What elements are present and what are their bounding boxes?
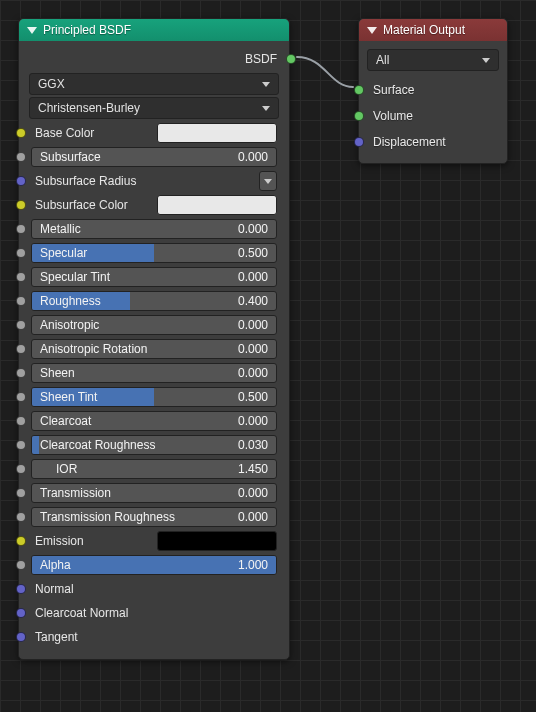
alpha-socket[interactable] <box>16 560 26 570</box>
roughness-row: Roughness 0.400 <box>29 289 279 313</box>
material-output-node[interactable]: Material Output All Surface Volume Displ… <box>358 18 508 164</box>
clearcoat-normal-row: Clearcoat Normal <box>29 601 279 625</box>
metallic-field[interactable]: Metallic 0.000 <box>31 219 277 239</box>
subsurface-socket[interactable] <box>16 152 26 162</box>
volume-socket[interactable] <box>354 111 364 121</box>
anisotropic-field[interactable]: Anisotropic 0.000 <box>31 315 277 335</box>
sheen-tint-socket[interactable] <box>16 392 26 402</box>
transmission-field[interactable]: Transmission 0.000 <box>31 483 277 503</box>
anisotropic-rotation-field[interactable]: Anisotropic Rotation 0.000 <box>31 339 277 359</box>
principled-bsdf-node[interactable]: Principled BSDF BSDF GGX Christensen-Bur… <box>18 18 290 660</box>
normal-row: Normal <box>29 577 279 601</box>
base-color-row: Base Color <box>29 121 279 145</box>
specular-tint-socket[interactable] <box>16 272 26 282</box>
ior-row: IOR 1.450 <box>29 457 279 481</box>
normal-socket[interactable] <box>16 584 26 594</box>
surface-socket[interactable] <box>354 85 364 95</box>
sheen-field[interactable]: Sheen 0.000 <box>31 363 277 383</box>
transmission-roughness-field[interactable]: Transmission Roughness 0.000 <box>31 507 277 527</box>
emission-socket[interactable] <box>16 536 26 546</box>
chevron-down-icon <box>262 106 270 111</box>
clearcoat-row: Clearcoat 0.000 <box>29 409 279 433</box>
specular-tint-field[interactable]: Specular Tint 0.000 <box>31 267 277 287</box>
emission-row: Emission <box>29 529 279 553</box>
clearcoat-roughness-row: Clearcoat Roughness 0.030 <box>29 433 279 457</box>
bsdf-output-socket[interactable] <box>286 54 296 64</box>
node-header[interactable]: Material Output <box>359 19 507 41</box>
volume-input-row: Volume <box>365 103 501 129</box>
subsurface-radius-socket[interactable] <box>16 176 26 186</box>
sheen-tint-field[interactable]: Sheen Tint 0.500 <box>31 387 277 407</box>
node-title: Material Output <box>383 23 465 37</box>
distribution-select[interactable]: GGX <box>29 73 279 95</box>
ior-socket[interactable] <box>16 464 26 474</box>
alpha-field[interactable]: Alpha 1.000 <box>31 555 277 575</box>
node-header[interactable]: Principled BSDF <box>19 19 289 41</box>
clearcoat-roughness-socket[interactable] <box>16 440 26 450</box>
collapse-triangle-icon[interactable] <box>367 27 377 34</box>
chevron-down-icon <box>262 82 270 87</box>
subsurface-color-socket[interactable] <box>16 200 26 210</box>
anisotropic-row: Anisotropic 0.000 <box>29 313 279 337</box>
specular-socket[interactable] <box>16 248 26 258</box>
subsurface-method-select[interactable]: Christensen-Burley <box>29 97 279 119</box>
metallic-row: Metallic 0.000 <box>29 217 279 241</box>
transmission-socket[interactable] <box>16 488 26 498</box>
node-title: Principled BSDF <box>43 23 131 37</box>
emission-swatch[interactable] <box>157 531 277 551</box>
specular-row: Specular 0.500 <box>29 241 279 265</box>
displacement-socket[interactable] <box>354 137 364 147</box>
subsurface-field[interactable]: Subsurface 0.000 <box>31 147 277 167</box>
transmission-roughness-socket[interactable] <box>16 512 26 522</box>
output-bsdf: BSDF <box>25 47 283 71</box>
base-color-swatch[interactable] <box>157 123 277 143</box>
target-select[interactable]: All <box>367 49 499 71</box>
transmission-row: Transmission 0.000 <box>29 481 279 505</box>
collapse-triangle-icon[interactable] <box>27 27 37 34</box>
ior-field[interactable]: IOR 1.450 <box>31 459 277 479</box>
chevron-down-icon <box>482 58 490 63</box>
anisotropic-rotation-socket[interactable] <box>16 344 26 354</box>
specular-tint-row: Specular Tint 0.000 <box>29 265 279 289</box>
sheen-row: Sheen 0.000 <box>29 361 279 385</box>
anisotropic-socket[interactable] <box>16 320 26 330</box>
sheen-tint-row: Sheen Tint 0.500 <box>29 385 279 409</box>
tangent-row: Tangent <box>29 625 279 649</box>
clearcoat-socket[interactable] <box>16 416 26 426</box>
specular-field[interactable]: Specular 0.500 <box>31 243 277 263</box>
metallic-socket[interactable] <box>16 224 26 234</box>
subsurface-color-row: Subsurface Color <box>29 193 279 217</box>
subsurface-radius-dropdown[interactable] <box>259 171 277 191</box>
base-color-socket[interactable] <box>16 128 26 138</box>
alpha-row: Alpha 1.000 <box>29 553 279 577</box>
subsurface-radius-row: Subsurface Radius <box>29 169 279 193</box>
surface-input-row: Surface <box>365 77 501 103</box>
clearcoat-field[interactable]: Clearcoat 0.000 <box>31 411 277 431</box>
chevron-down-icon <box>264 179 272 184</box>
subsurface-color-swatch[interactable] <box>157 195 277 215</box>
sheen-socket[interactable] <box>16 368 26 378</box>
transmission-roughness-row: Transmission Roughness 0.000 <box>29 505 279 529</box>
roughness-socket[interactable] <box>16 296 26 306</box>
roughness-field[interactable]: Roughness 0.400 <box>31 291 277 311</box>
tangent-socket[interactable] <box>16 632 26 642</box>
clearcoat-normal-socket[interactable] <box>16 608 26 618</box>
anisotropic-rotation-row: Anisotropic Rotation 0.000 <box>29 337 279 361</box>
clearcoat-roughness-field[interactable]: Clearcoat Roughness 0.030 <box>31 435 277 455</box>
subsurface-row: Subsurface 0.000 <box>29 145 279 169</box>
displacement-input-row: Displacement <box>365 129 501 155</box>
